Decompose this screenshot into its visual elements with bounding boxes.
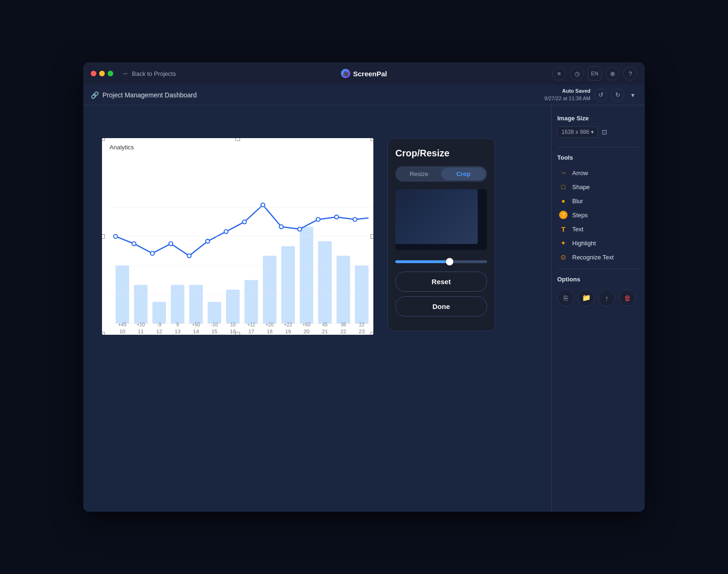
- tool-shape[interactable]: □ Shape: [557, 180, 639, 194]
- image-size-row: 1638 x 986 ▾ ⊡: [557, 126, 639, 138]
- crop-preview: [395, 189, 487, 250]
- svg-point-22: [261, 203, 265, 206]
- chart-container: Analytics: [102, 138, 373, 335]
- text-icon: T: [559, 225, 568, 233]
- svg-text:13: 13: [175, 329, 181, 334]
- main-content: Analytics: [83, 105, 645, 512]
- back-button[interactable]: ← Back to Projects: [123, 70, 176, 77]
- svg-point-24: [298, 227, 301, 231]
- subtitle-right: Auto Saved 9/27/22 at 11:38 AM ↺ ↻ ▾: [545, 88, 637, 102]
- options-divider: [557, 269, 639, 269]
- svg-rect-8: [263, 256, 277, 324]
- svg-rect-3: [171, 285, 184, 324]
- svg-point-21: [242, 220, 246, 224]
- arrow-icon: →: [559, 169, 568, 177]
- svg-rect-5: [208, 302, 221, 324]
- svg-rect-7: [245, 280, 258, 324]
- svg-point-26: [335, 215, 338, 219]
- chart-selection-wrapper: Analytics: [102, 129, 373, 335]
- tool-arrow[interactable]: → Arrow: [557, 166, 639, 180]
- svg-text:9: 9: [176, 322, 179, 327]
- svg-point-25: [316, 218, 320, 221]
- svg-text:12: 12: [156, 329, 162, 334]
- tools-section-title: Tools: [557, 154, 639, 161]
- svg-text:+12: +12: [247, 322, 255, 327]
- svg-rect-4: [189, 285, 203, 324]
- svg-point-20: [224, 229, 228, 233]
- lang-button[interactable]: EN: [588, 66, 602, 81]
- page-title: Project Management Dashboard: [102, 91, 197, 99]
- right-panel: Image Size 1638 x 986 ▾ ⊡ Tools → Arrow …: [551, 105, 645, 512]
- svg-rect-2: [153, 302, 166, 324]
- done-button[interactable]: Done: [395, 296, 487, 316]
- crop-tab[interactable]: Crop: [441, 168, 486, 180]
- crop-tabs: Resize Crop: [395, 166, 487, 182]
- size-dropdown-icon: ▾: [591, 129, 594, 135]
- more-options-button[interactable]: ▾: [628, 88, 637, 102]
- title-bar: ← Back to Projects 🎥 ScreenPal ≡ ◷ EN ⊕ …: [83, 62, 645, 85]
- tool-text[interactable]: T Text: [557, 222, 639, 236]
- app-window: ← Back to Projects 🎥 ScreenPal ≡ ◷ EN ⊕ …: [83, 62, 645, 512]
- svg-text:+45: +45: [118, 322, 127, 327]
- undo-button[interactable]: ↺: [594, 88, 607, 102]
- svg-text:17: 17: [248, 329, 255, 334]
- crop-panel: Crop/Resize Resize Crop: [387, 138, 495, 331]
- subtitle-bar: 🔗 Project Management Dashboard Auto Save…: [83, 85, 645, 105]
- redo-button[interactable]: ↻: [611, 88, 624, 102]
- back-arrow-icon: ←: [123, 70, 129, 77]
- svg-text:23: 23: [359, 329, 365, 334]
- logo-text: ScreenPal: [353, 70, 387, 78]
- svg-rect-1: [134, 285, 147, 324]
- svg-text:-9: -9: [157, 322, 161, 327]
- svg-text:36: 36: [341, 322, 346, 327]
- copy-option-button[interactable]: ⎘: [557, 289, 574, 306]
- crop-panel-title: Crop/Resize: [395, 148, 487, 159]
- svg-rect-10: [300, 227, 313, 324]
- tool-blur[interactable]: ● Blur: [557, 194, 639, 208]
- help-icon-button[interactable]: ?: [623, 66, 637, 81]
- reset-button[interactable]: Reset: [395, 272, 487, 292]
- svg-text:11: 11: [138, 329, 144, 334]
- recognize-label: Recognize Text: [572, 254, 614, 261]
- image-size-value[interactable]: 1638 x 986 ▾: [557, 126, 598, 138]
- tool-recognize[interactable]: ⊙ Recognize Text: [557, 250, 639, 264]
- svg-point-27: [353, 218, 357, 221]
- folder-option-button[interactable]: 📁: [578, 289, 595, 306]
- svg-text:+22: +22: [284, 322, 292, 327]
- svg-text:15: 15: [211, 329, 218, 334]
- blur-icon: ●: [559, 197, 568, 205]
- minimize-button[interactable]: [99, 71, 105, 76]
- crop-slider[interactable]: [395, 260, 487, 263]
- mini-chart-background: [395, 189, 478, 244]
- resize-aspect-icon[interactable]: ⊡: [602, 128, 607, 136]
- shape-label: Shape: [572, 184, 590, 191]
- upload-option-button[interactable]: ↑: [598, 289, 615, 306]
- svg-text:10: 10: [230, 322, 236, 327]
- crop-slider-container: [395, 257, 487, 265]
- history-icon-button[interactable]: ◷: [570, 66, 584, 81]
- list-icon-button[interactable]: ≡: [552, 66, 566, 81]
- svg-text:20: 20: [304, 329, 310, 334]
- auto-saved-label: Auto Saved: [562, 88, 590, 94]
- layers-icon-button[interactable]: ⊕: [605, 66, 619, 81]
- resize-tab[interactable]: Resize: [397, 168, 441, 180]
- tool-highlight[interactable]: ✦ Highlight: [557, 236, 639, 250]
- mini-preview-image: [395, 189, 478, 244]
- svg-text:+50: +50: [302, 322, 311, 327]
- highlight-icon: ✦: [559, 239, 568, 247]
- auto-saved-date: 9/27/22 at 11:38 AM: [545, 96, 590, 101]
- text-label: Text: [572, 226, 583, 233]
- svg-text:-10: -10: [211, 322, 218, 327]
- maximize-button[interactable]: [108, 71, 113, 76]
- close-button[interactable]: [91, 71, 96, 76]
- svg-text:45: 45: [322, 322, 328, 327]
- svg-text:14: 14: [193, 329, 199, 334]
- delete-option-button[interactable]: 🗑: [619, 289, 636, 306]
- svg-rect-11: [318, 241, 332, 324]
- svg-text:18: 18: [267, 329, 273, 334]
- svg-rect-9: [281, 246, 295, 324]
- arrow-label: Arrow: [572, 169, 588, 177]
- canvas-area: Analytics: [83, 105, 551, 512]
- tool-steps[interactable]: ? Steps: [557, 208, 639, 222]
- svg-point-16: [151, 251, 154, 255]
